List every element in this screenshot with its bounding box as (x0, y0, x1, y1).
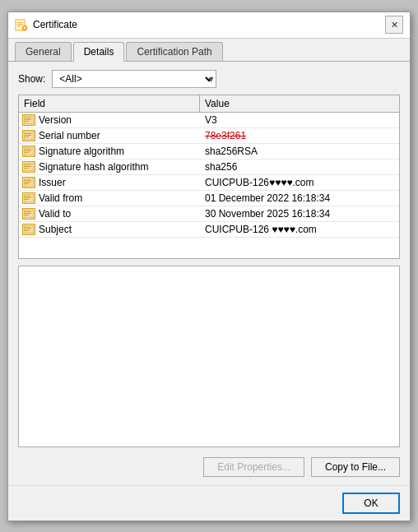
svg-rect-7 (25, 118, 31, 118)
value-cell: 30 November 2025 16:18:34 (200, 206, 399, 221)
show-select-wrapper: <All> ▼ (52, 70, 216, 88)
field-label: Subject (39, 224, 72, 235)
field-label: Issuer (39, 177, 66, 188)
svg-rect-20 (25, 166, 31, 167)
field-icon (22, 192, 35, 204)
value-column-header: Value (200, 95, 399, 112)
field-cell: Serial number (19, 128, 200, 143)
value-cell: 78e3f261 (200, 128, 399, 143)
show-label: Show: (18, 73, 45, 85)
svg-rect-15 (25, 149, 31, 150)
field-icon (22, 114, 35, 126)
svg-rect-17 (25, 152, 29, 153)
field-label: Valid from (39, 192, 82, 204)
field-label: Valid to (39, 208, 71, 220)
table-row[interactable]: Valid from01 December 2022 16:18:34 (19, 191, 399, 206)
close-button[interactable]: ✕ (385, 16, 403, 34)
field-cell: Valid from (19, 191, 200, 206)
field-icon (22, 161, 35, 173)
table-row[interactable]: Valid to30 November 2025 16:18:34 (19, 206, 399, 222)
ok-button[interactable]: OK (342, 493, 400, 514)
detail-box (18, 266, 400, 447)
svg-rect-21 (25, 168, 29, 169)
svg-rect-8 (25, 119, 31, 120)
tab-details[interactable]: Details (73, 42, 125, 62)
table-row[interactable]: SubjectCUICPUB-126 ♥♥♥♥.com (19, 222, 399, 238)
field-cell: Signature hash algorithm (19, 160, 200, 174)
svg-rect-37 (25, 230, 29, 231)
svg-rect-11 (25, 133, 31, 134)
table-body[interactable]: VersionV3 Serial number78e3f261 Signatur… (19, 113, 399, 258)
field-label: Serial number (39, 130, 100, 141)
certificate-dialog: Certificate ✕ General Details Certificat… (7, 12, 411, 521)
svg-rect-16 (25, 150, 31, 151)
redacted-value: 78e3f261 (205, 130, 246, 141)
field-label: Signature algorithm (39, 146, 124, 157)
field-icon (22, 146, 35, 157)
value-cell: sha256 (200, 160, 399, 174)
svg-rect-23 (25, 180, 31, 181)
certificate-table: Field Value VersionV3 Serial number78e3f… (18, 95, 400, 259)
table-row[interactable]: Signature hash algorithmsha256 (19, 160, 399, 175)
svg-rect-1 (17, 22, 23, 23)
svg-rect-35 (25, 227, 31, 228)
field-icon (22, 177, 35, 188)
field-icon (22, 208, 35, 220)
field-icon (22, 130, 35, 141)
edit-properties-button[interactable]: Edit Properties... (203, 457, 304, 477)
ok-row: OK (8, 485, 410, 520)
svg-rect-25 (25, 183, 29, 184)
certificate-icon (15, 18, 28, 31)
show-row: Show: <All> ▼ (18, 70, 400, 88)
value-cell: CUICPUB-126 ♥♥♥♥.com (200, 222, 399, 237)
field-label: Signature hash algorithm (39, 161, 148, 173)
svg-rect-28 (25, 197, 31, 198)
svg-rect-32 (25, 213, 31, 214)
svg-rect-2 (17, 24, 23, 25)
value-cell: CUICPUB-126♥♥♥♥.com (200, 175, 399, 190)
table-row[interactable]: Serial number78e3f261 (19, 128, 399, 144)
title-bar-left: Certificate (15, 18, 77, 31)
table-row[interactable]: VersionV3 (19, 113, 399, 128)
field-cell: Subject (19, 222, 200, 237)
field-cell: Version (19, 113, 200, 127)
value-cell: V3 (200, 113, 399, 127)
svg-rect-12 (25, 135, 31, 136)
copy-to-file-button[interactable]: Copy to File... (311, 457, 400, 477)
svg-rect-29 (25, 199, 29, 200)
svg-rect-9 (25, 121, 29, 122)
title-bar: Certificate ✕ (8, 12, 410, 39)
svg-rect-3 (17, 25, 21, 26)
dialog-title: Certificate (33, 19, 77, 30)
field-cell: Issuer (19, 175, 200, 190)
svg-rect-24 (25, 182, 31, 183)
svg-rect-13 (25, 136, 29, 137)
field-cell: Valid to (19, 206, 200, 221)
value-cell: sha256RSA (200, 144, 399, 159)
table-row[interactable]: IssuerCUICPUB-126♥♥♥♥.com (19, 175, 399, 191)
field-cell: Signature algorithm (19, 144, 200, 159)
svg-rect-33 (25, 215, 29, 215)
field-icon (22, 224, 35, 235)
field-label: Version (39, 114, 72, 126)
tab-certification-path[interactable]: Certification Path (126, 42, 222, 61)
svg-rect-27 (25, 196, 31, 197)
table-header: Field Value (19, 95, 399, 113)
svg-rect-36 (25, 229, 31, 229)
field-column-header: Field (19, 95, 200, 112)
value-cell: 01 December 2022 16:18:34 (200, 191, 399, 206)
table-row[interactable]: Signature algorithmsha256RSA (19, 144, 399, 160)
show-select[interactable]: <All> (52, 70, 216, 88)
svg-rect-19 (25, 164, 31, 165)
svg-rect-31 (25, 211, 31, 212)
tab-bar: General Details Certification Path (8, 39, 410, 62)
action-button-row: Edit Properties... Copy to File... (18, 457, 400, 477)
tab-general[interactable]: General (15, 42, 72, 61)
content-area: Show: <All> ▼ Field Value VersionV3 (8, 62, 410, 485)
